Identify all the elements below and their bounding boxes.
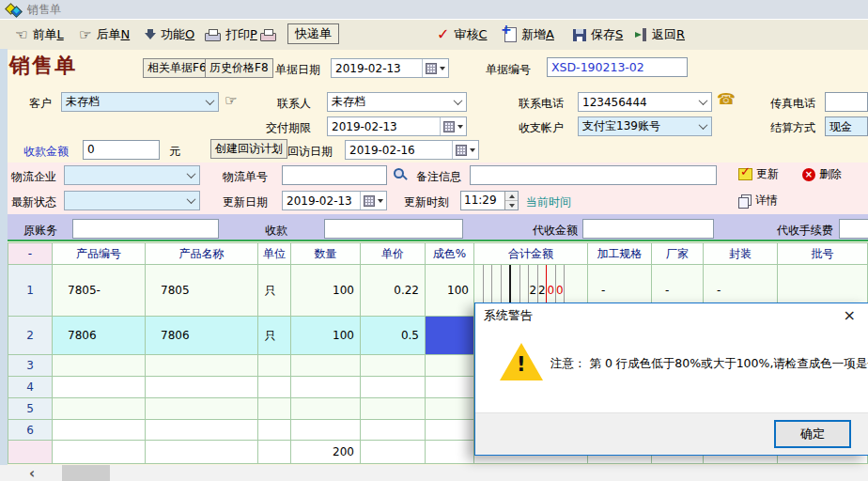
table-cell[interactable] xyxy=(146,398,258,420)
ok-button[interactable]: 确定 xyxy=(774,420,851,448)
row-number-cell[interactable]: 4 xyxy=(8,377,53,398)
logistics-combobox[interactable] xyxy=(64,165,200,185)
column-header[interactable]: 产品名称 xyxy=(146,243,258,265)
table-cell[interactable]: 7805 xyxy=(146,265,258,317)
related-docs-button[interactable]: 相关单据F6 xyxy=(143,58,211,78)
column-header[interactable]: 数量 xyxy=(291,243,361,265)
express-order-button[interactable]: 快递单 xyxy=(287,23,339,44)
table-cell[interactable]: 7805- xyxy=(53,265,146,317)
table-cell[interactable] xyxy=(146,420,258,441)
doc-no-input[interactable]: XSD-190213-02 xyxy=(547,57,688,77)
table-cell[interactable]: 100 xyxy=(426,265,474,317)
agent-amount-input[interactable] xyxy=(582,219,714,239)
print-preview-button[interactable] xyxy=(260,24,276,45)
calendar-icon[interactable] xyxy=(440,117,466,135)
close-icon[interactable]: × xyxy=(844,306,856,324)
table-cell[interactable] xyxy=(291,420,361,441)
settle-method-input[interactable]: 现金 xyxy=(825,116,868,136)
column-header[interactable]: 封装 xyxy=(704,243,778,265)
add-new-button[interactable]: 新增A xyxy=(504,24,554,45)
row-number-cell[interactable]: 6 xyxy=(8,420,53,441)
table-cell[interactable] xyxy=(361,398,426,420)
customer-combobox[interactable]: 未存档 xyxy=(61,92,219,112)
calendar-icon[interactable] xyxy=(422,59,448,77)
calendar-icon[interactable] xyxy=(360,192,386,209)
deadline-date-picker[interactable]: 2019-02-13 xyxy=(327,116,467,136)
spinner-buttons[interactable] xyxy=(504,192,518,209)
table-cell[interactable] xyxy=(258,420,291,441)
table-cell[interactable] xyxy=(146,355,258,377)
row-number-cell[interactable]: 3 xyxy=(8,355,53,377)
table-cell[interactable] xyxy=(291,377,361,398)
row-number-cell[interactable]: 1 xyxy=(8,265,53,317)
agent-fee-input[interactable] xyxy=(839,219,868,239)
status-combobox[interactable] xyxy=(64,191,200,210)
table-cell[interactable] xyxy=(361,420,426,441)
table-cell[interactable]: 100 xyxy=(291,317,361,355)
current-time-link[interactable]: 当前时间 xyxy=(526,194,571,210)
remark-input[interactable] xyxy=(470,165,717,185)
collect-input[interactable] xyxy=(324,219,463,239)
table-cell[interactable] xyxy=(426,377,474,398)
fax-input[interactable] xyxy=(825,92,868,112)
search-icon[interactable] xyxy=(394,168,407,181)
next-order-button[interactable]: ☞ 后单N xyxy=(79,24,130,45)
history-price-button[interactable]: 历史价格F8 xyxy=(205,58,273,78)
table-cell[interactable] xyxy=(291,398,361,420)
customer-lookup-hand-icon[interactable]: ☞ xyxy=(225,94,237,108)
column-header[interactable]: 产品编号 xyxy=(53,243,146,265)
table-cell[interactable] xyxy=(146,377,258,398)
functions-button[interactable]: 功能O xyxy=(145,24,194,45)
return-button[interactable]: 返回R xyxy=(635,24,685,45)
table-cell[interactable] xyxy=(258,377,291,398)
contact-combobox[interactable]: 未存档 xyxy=(327,92,467,112)
prev-order-button[interactable]: ☜ 前单L xyxy=(15,24,64,45)
table-cell[interactable]: 只 xyxy=(258,265,291,317)
scrollbar-thumb[interactable] xyxy=(62,465,110,481)
table-cell[interactable] xyxy=(426,317,474,355)
update-date-picker[interactable]: 2019-02-13 xyxy=(282,191,387,210)
row-number-cell[interactable]: 5 xyxy=(8,398,53,420)
table-cell[interactable] xyxy=(258,355,291,377)
print-button[interactable]: 打印P xyxy=(205,24,257,45)
phone-combobox[interactable]: 123456444 xyxy=(578,92,712,112)
account-combobox[interactable]: 支付宝139账号 xyxy=(578,116,712,136)
table-cell[interactable] xyxy=(53,377,146,398)
table-cell[interactable] xyxy=(53,420,146,441)
table-cell[interactable] xyxy=(361,377,426,398)
create-visit-plan-button[interactable]: 创建回访计划 xyxy=(210,139,287,159)
table-cell[interactable] xyxy=(53,398,146,420)
detail-button[interactable]: 详情 xyxy=(738,193,778,209)
column-header[interactable]: - xyxy=(8,243,53,265)
waybill-input[interactable] xyxy=(282,165,387,185)
table-cell[interactable] xyxy=(291,355,361,377)
received-amount-input[interactable]: 0 xyxy=(83,140,160,160)
column-header[interactable]: 厂家 xyxy=(652,243,704,265)
visit-date-picker[interactable]: 2019-02-16 xyxy=(345,140,479,160)
table-cell[interactable] xyxy=(426,420,474,441)
table-cell[interactable]: 100 xyxy=(291,265,361,317)
old-account-input[interactable] xyxy=(72,219,219,239)
column-header[interactable]: 批号 xyxy=(778,243,868,265)
update-button[interactable]: ✓ 更新 xyxy=(738,166,779,182)
column-header[interactable]: 合计金额 xyxy=(474,243,588,265)
table-cell[interactable]: 0.22 xyxy=(361,265,426,317)
table-cell[interactable] xyxy=(258,398,291,420)
table-cell[interactable] xyxy=(53,355,146,377)
table-cell[interactable]: 7806 xyxy=(53,317,146,355)
row-number-cell[interactable]: 2 xyxy=(8,317,53,355)
table-cell[interactable]: 7806 xyxy=(146,317,258,355)
audit-button[interactable]: ✓ 审核C xyxy=(437,24,487,45)
save-button[interactable]: 保存S xyxy=(573,24,623,45)
phone-icon[interactable]: ☎ xyxy=(717,92,736,107)
table-cell[interactable] xyxy=(426,355,474,377)
horizontal-scrollbar[interactable]: ‹ xyxy=(0,465,868,481)
column-header[interactable]: 成色% xyxy=(426,243,474,265)
update-time-spinner[interactable]: 11:29 xyxy=(460,191,519,210)
column-header[interactable]: 单价 xyxy=(361,243,426,265)
table-cell[interactable]: 只 xyxy=(258,317,291,355)
table-cell[interactable]: 0.5 xyxy=(361,317,426,355)
table-cell[interactable] xyxy=(426,398,474,420)
column-header[interactable]: 加工规格 xyxy=(588,243,652,265)
delete-button[interactable]: × 删除 xyxy=(802,166,842,182)
